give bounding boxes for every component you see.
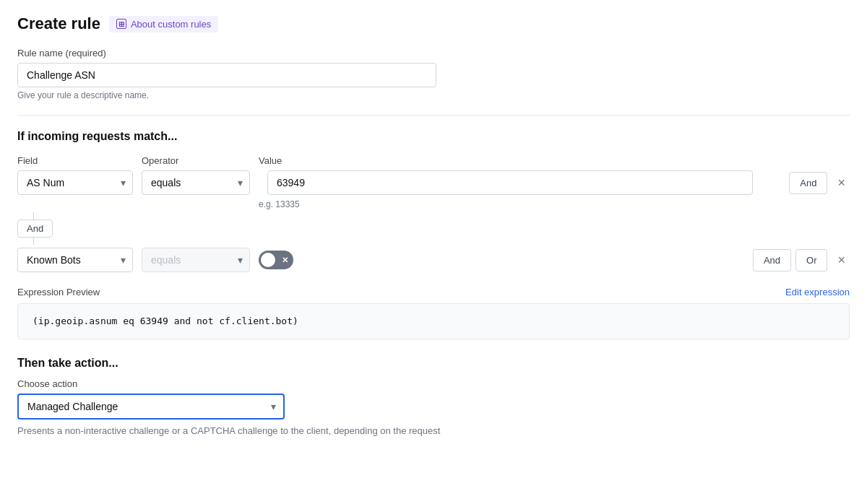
choose-action-label: Choose action (17, 378, 850, 389)
expression-code: (ip.geoip.asnum eq 63949 and not cf.clie… (33, 316, 298, 326)
rule-name-label: Rule name (required) (17, 48, 850, 58)
row-2-actions: And Or × (746, 249, 850, 271)
action-select-wrapper: Managed Challenge Block Allow JS Challen… (17, 394, 285, 420)
value-input-1[interactable] (267, 170, 753, 195)
field-select-2-wrapper: AS Num IP Address Country User Agent URI… (17, 248, 133, 272)
and-button-row2[interactable]: And (753, 249, 791, 271)
expression-header: Expression Preview Edit expression (17, 287, 850, 297)
about-custom-rules-button[interactable]: ⊞ About custom rules (109, 16, 218, 32)
close-row1-icon: × (837, 175, 845, 191)
operator-select-1[interactable]: equals not equals greater than less than… (142, 170, 250, 195)
action-description: Presents a non-interactive challenge or … (17, 425, 850, 436)
connector-line-top (33, 212, 34, 220)
field-select-2[interactable]: AS Num IP Address Country User Agent URI… (17, 248, 133, 272)
field-label: Field (17, 155, 38, 166)
match-section-title: If incoming requests match... (17, 130, 850, 143)
condition-row-1: AS Num IP Address Country User Agent URI… (17, 170, 850, 195)
connector-and-button[interactable]: And (17, 220, 53, 238)
value-label: Value (259, 155, 282, 166)
connector-line-bottom (33, 238, 34, 245)
expression-box: (ip.geoip.asnum eq 63949 and not cf.clie… (17, 303, 850, 339)
action-select[interactable]: Managed Challenge Block Allow JS Challen… (17, 394, 285, 420)
match-section: If incoming requests match... Field Oper… (17, 130, 850, 339)
operator-select-1-wrapper: equals not equals greater than less than… (142, 170, 250, 195)
close-row2-button[interactable]: × (833, 253, 850, 268)
page-header: Create rule ⊞ About custom rules (17, 14, 850, 33)
field-select-1-wrapper: AS Num IP Address Country User Agent URI… (17, 170, 133, 195)
close-row2-icon: × (837, 253, 845, 268)
page-title: Create rule (17, 14, 100, 33)
value-hint-1: e.g. 13335 (259, 199, 300, 209)
row-1-actions: And × (782, 172, 850, 194)
edit-expression-link[interactable]: Edit expression (785, 287, 850, 297)
known-bots-toggle-container: ✕ (259, 251, 293, 269)
section-divider (17, 115, 850, 116)
operator-select-2[interactable]: equals (142, 248, 250, 272)
expression-section: Expression Preview Edit expression (ip.g… (17, 287, 850, 339)
operator-label: Operator (142, 155, 178, 166)
rule-name-input[interactable] (17, 63, 436, 87)
rule-name-hint: Give your rule a descriptive name. (17, 90, 850, 100)
or-button-row2[interactable]: Or (795, 249, 827, 271)
action-section-title: Then take action... (17, 357, 850, 370)
operator-select-2-wrapper: equals ▾ (142, 248, 250, 272)
known-bots-toggle[interactable]: ✕ (259, 251, 293, 269)
and-button-row1[interactable]: And (789, 172, 827, 194)
action-section: Then take action... Choose action Manage… (17, 357, 850, 436)
condition-row-2: AS Num IP Address Country User Agent URI… (17, 248, 850, 272)
toggle-x-icon: ✕ (282, 256, 288, 265)
close-row1-button[interactable]: × (833, 175, 850, 191)
field-select-1[interactable]: AS Num IP Address Country User Agent URI… (17, 170, 133, 195)
book-icon: ⊞ (116, 19, 126, 29)
rule-name-group: Rule name (required) Give your rule a de… (17, 48, 850, 100)
about-link-label: About custom rules (131, 19, 211, 30)
connector-block: And (17, 212, 850, 245)
expression-label: Expression Preview (17, 287, 100, 297)
conditions-area: Field Operator Value AS Num IP Address C… (17, 155, 850, 272)
toggle-slider: ✕ (259, 251, 293, 269)
